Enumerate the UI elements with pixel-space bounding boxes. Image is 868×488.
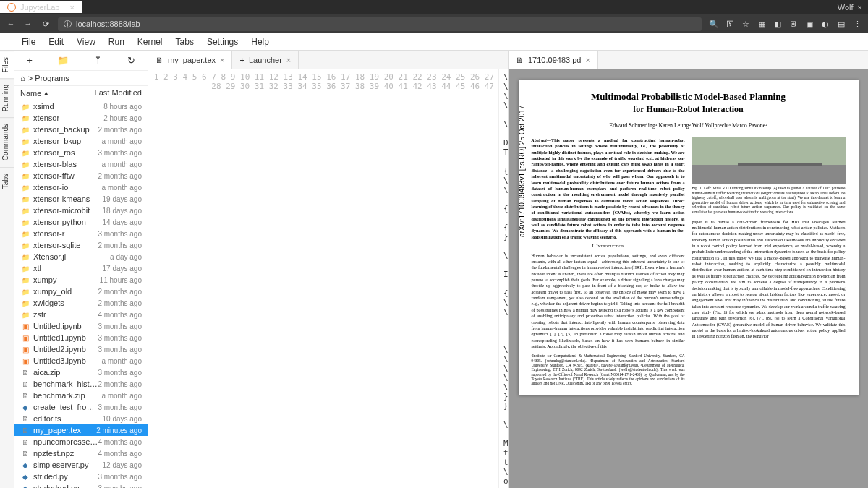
file-row[interactable]: npuncompressed.npy4 months ago (14, 436, 148, 448)
close-tab-icon[interactable]: × (286, 56, 291, 64)
file-name: xwidgets (33, 299, 98, 307)
menu-kernel[interactable]: Kernel (132, 35, 169, 49)
breadcrumb-path[interactable]: > Programs (28, 74, 69, 82)
file-row[interactable]: xtensor_backup2 months ago (14, 124, 148, 135)
file-row[interactable]: xumpy11 hours ago (14, 274, 148, 286)
file-name: npuncompressed.npy (33, 437, 98, 446)
menu-view[interactable]: View (71, 35, 101, 49)
file-row[interactable]: stridedred.py3 months ago (14, 482, 148, 488)
menu-help[interactable]: Help (245, 35, 275, 49)
ext3-icon[interactable]: ▣ (804, 20, 814, 29)
file-row[interactable]: Untitled2.ipynb3 months ago (14, 343, 148, 355)
new-folder-icon[interactable]: 📁 (57, 55, 69, 66)
file-row[interactable]: xtensor-kmeans19 days ago (14, 193, 148, 205)
pdf-viewer[interactable]: arXiv:1710.09483v1 [cs.RO] 25 Oct 2017 M… (509, 69, 868, 488)
file-row[interactable]: zstr4 months ago (14, 309, 148, 320)
file-row[interactable]: xumpy_old2 months ago (14, 286, 148, 297)
sidetab-files[interactable]: Files (0, 51, 14, 78)
file-row[interactable]: Untitled1.ipynb3 months ago (14, 332, 148, 343)
ext2-icon[interactable]: ◧ (773, 20, 783, 29)
file-name: xtl (33, 264, 103, 273)
paper-authors: Edward Schmerling¹ Karen Leung² Wolf Vol… (532, 122, 846, 129)
ext1-icon[interactable]: ▦ (757, 20, 767, 29)
menu-edit[interactable]: Edit (43, 35, 69, 49)
menu-icon[interactable]: ⋮ (852, 20, 862, 29)
menu-tabs[interactable]: Tabs (170, 35, 200, 49)
file-row[interactable]: strided.py3 months ago (14, 471, 148, 482)
file-row[interactable]: xtensor-blasa month ago (14, 158, 148, 170)
folder-icon (20, 218, 30, 226)
file-name: xumpy (33, 275, 100, 284)
file-row[interactable]: xwidgets2 months ago (14, 297, 148, 309)
forward-icon[interactable]: → (23, 20, 33, 28)
file-row[interactable]: xtensor-r3 months ago (14, 228, 148, 239)
jupyter-menubar: FileEditViewRunKernelTabsSettingsHelp (0, 33, 868, 51)
file-modified: 8 hours ago (103, 103, 142, 111)
file-row[interactable]: my_paper.tex2 minutes ago (14, 424, 148, 436)
col-name[interactable]: Name▴ (20, 88, 95, 98)
close-tab-icon[interactable]: × (220, 56, 224, 64)
ext4-icon[interactable]: ◐ (820, 20, 830, 29)
file-row[interactable]: benchmark.zipa month ago (14, 390, 148, 401)
file-row[interactable]: npztest.npz4 months ago (14, 448, 148, 459)
menu-file[interactable]: File (16, 35, 41, 49)
file-modified: 19 days ago (103, 195, 142, 203)
file-modified: 3 months ago (98, 334, 142, 342)
file-row[interactable]: Xtensor.jla day ago (14, 251, 148, 262)
file-row[interactable]: benchmark_history_...2 months ago (14, 378, 148, 390)
menu-settings[interactable]: Settings (201, 35, 244, 49)
star-icon[interactable]: ☆ (741, 20, 751, 29)
file-name: Untitled3.ipynb (33, 356, 101, 365)
file-row[interactable]: create_test_from_nu...3 months ago (14, 401, 148, 413)
browser-tab[interactable]: JupyterLab × (0, 1, 82, 13)
file-name: stridedred.py (33, 484, 98, 488)
file-row[interactable]: aica.zip3 months ago (14, 367, 148, 378)
upload-icon[interactable]: ⤒ (94, 55, 102, 66)
file-row[interactable]: xtensor-python14 days ago (14, 216, 148, 228)
file-modified: 3 months ago (98, 346, 142, 354)
refresh-icon[interactable]: ↻ (127, 55, 135, 66)
file-row[interactable]: xtensor-sqlite2 months ago (14, 239, 148, 251)
menu-run[interactable]: Run (103, 35, 130, 49)
window-close-icon[interactable]: × (858, 3, 862, 12)
code-area[interactable]: \documentclass[12pt]{article} \usepackag… (499, 69, 508, 488)
sidetab-tabs[interactable]: Tabs (0, 167, 14, 194)
sidetab-commands[interactable]: Commands (0, 117, 14, 166)
breadcrumb[interactable]: ⌂ > Programs (14, 71, 148, 86)
new-launcher-icon[interactable]: + (27, 55, 33, 66)
file-row[interactable]: editor.ts10 days ago (14, 413, 148, 424)
file-row[interactable]: simpleserver.py12 days ago (14, 459, 148, 471)
file-row[interactable]: xtensor2 hours ago (14, 112, 148, 124)
file-name: Untitled1.ipynb (33, 333, 98, 342)
back-icon[interactable]: ← (6, 20, 16, 28)
col-modified[interactable]: Last Modified (95, 88, 142, 98)
file-name: xumpy_old (33, 287, 98, 296)
file-modified: 3 months ago (98, 403, 142, 411)
close-tab-icon[interactable]: × (585, 56, 590, 64)
file-row[interactable]: xtl17 days ago (14, 262, 148, 274)
file-row[interactable]: xtensor_bkupa month ago (14, 135, 148, 147)
file-row[interactable]: xtensor-fftw2 months ago (14, 170, 148, 181)
file-row[interactable]: Untitled3.ipynba month ago (14, 355, 148, 367)
home-icon[interactable]: ⌂ (20, 74, 25, 82)
nb-icon (20, 357, 30, 365)
file-row[interactable]: xtensor-ioa month ago (14, 181, 148, 193)
editor-tab[interactable]: +Launcher× (232, 51, 299, 69)
reload-icon[interactable]: ⟳ (41, 20, 51, 29)
folder-icon (20, 126, 30, 134)
editor-tab[interactable]: 🗎my_paper.tex× (148, 51, 232, 69)
text-editor[interactable]: 1 2 3 4 5 6 7 8 9 10 11 12 13 14 15 16 1… (148, 69, 508, 488)
ext5-icon[interactable]: ▤ (836, 20, 846, 29)
sidetab-running[interactable]: Running (0, 78, 14, 117)
search-icon[interactable]: 🔍 (709, 20, 719, 29)
file-row[interactable]: xtensor_ros3 months ago (14, 147, 148, 158)
shield-icon[interactable]: ⛨ (788, 20, 799, 29)
url-input[interactable]: ⓘ localhost:8888/lab (58, 17, 702, 31)
file-row[interactable]: xtensor-microbit18 days ago (14, 205, 148, 216)
key-icon[interactable]: ⚿ (725, 20, 735, 29)
file-row[interactable]: Untitled.ipynb3 months ago (14, 320, 148, 332)
file-modified: 17 days ago (103, 265, 142, 273)
close-tab-icon[interactable]: × (69, 3, 74, 12)
file-row[interactable]: xsimd8 hours ago (14, 100, 148, 112)
editor-tab[interactable]: 🗎1710.09483.pd× (509, 51, 598, 69)
